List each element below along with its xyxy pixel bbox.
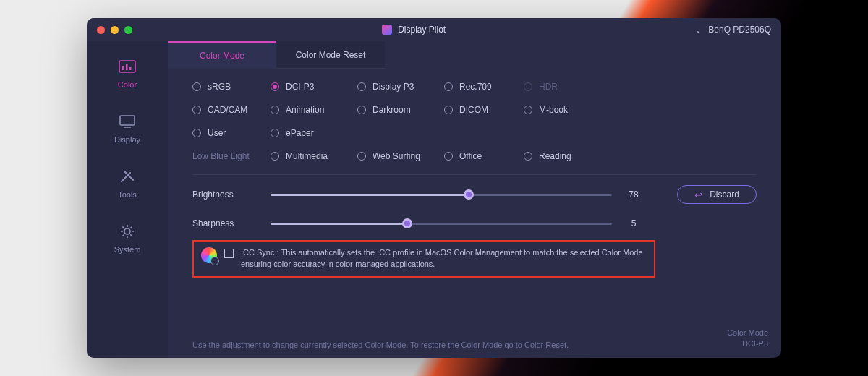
- radio-label: Web Surfing: [373, 151, 420, 161]
- app-title: Display Pilot: [398, 25, 446, 35]
- minimize-window[interactable]: [111, 26, 119, 34]
- tabs: Color Mode Color Mode Reset: [168, 41, 781, 69]
- radio-srgb[interactable]: sRGB: [192, 82, 271, 92]
- color-wheel-icon: [201, 247, 217, 263]
- icc-sync-callout: ICC Sync : This automatically sets the I…: [192, 240, 655, 278]
- radio-label: ePaper: [286, 128, 314, 138]
- radio-label: Animation: [286, 105, 324, 115]
- radio-label: HDR: [539, 82, 558, 92]
- titlebar: Display Pilot ⌄ BenQ PD2506Q: [87, 18, 781, 41]
- tab-color-mode-reset[interactable]: Color Mode Reset: [276, 41, 385, 69]
- sidebar-item-label: Color: [118, 80, 137, 89]
- sidebar-item-color[interactable]: Color: [118, 59, 137, 89]
- radio-label: sRGB: [208, 82, 231, 92]
- gear-icon: [119, 223, 136, 239]
- brightness-slider[interactable]: [271, 189, 612, 200]
- svg-line-13: [130, 227, 132, 228]
- svg-line-11: [123, 227, 124, 228]
- radio-label: CAD/CAM: [208, 105, 247, 115]
- sidebar: Color Display Tools: [87, 41, 168, 358]
- close-window[interactable]: [97, 26, 105, 34]
- device-name: BenQ PD2506Q: [708, 25, 771, 35]
- icc-sync-checkbox[interactable]: [224, 249, 234, 258]
- radio-epaper[interactable]: ePaper: [271, 128, 357, 138]
- sidebar-item-label: Tools: [118, 190, 137, 199]
- radio-web-surfing[interactable]: Web Surfing: [357, 151, 444, 161]
- low-blue-light-label: Low Blue Light: [192, 151, 271, 161]
- discard-button[interactable]: ↩ Discard: [677, 185, 757, 204]
- radio-reading[interactable]: Reading: [524, 151, 610, 161]
- svg-point-6: [124, 228, 130, 234]
- radio-darkroom[interactable]: Darkroom: [357, 105, 444, 115]
- radio-label: Reading: [539, 151, 571, 161]
- radio-display-p3[interactable]: Display P3: [357, 82, 444, 92]
- radio-mbook[interactable]: M-book: [524, 105, 610, 115]
- brightness-label: Brightness: [192, 189, 271, 200]
- svg-rect-4: [120, 116, 135, 125]
- sharpness-slider[interactable]: [271, 218, 612, 228]
- radio-office[interactable]: Office: [444, 151, 524, 161]
- sidebar-item-system[interactable]: System: [114, 223, 141, 254]
- radio-label: M-book: [539, 105, 568, 115]
- svg-line-12: [130, 234, 132, 236]
- color-mode-grid: sRGB DCI-P3 Display P3 Rec.709 HDR CAD/C…: [192, 82, 757, 161]
- radio-multimedia[interactable]: Multimedia: [271, 151, 357, 161]
- footer-status-value: DCI-P3: [727, 338, 768, 349]
- color-icon: [119, 59, 136, 74]
- sidebar-item-label: Display: [114, 135, 140, 144]
- radio-label: DCI-P3: [286, 82, 314, 92]
- radio-hdr: HDR: [524, 82, 610, 92]
- display-icon: [119, 114, 136, 129]
- sidebar-item-tools[interactable]: Tools: [118, 168, 137, 199]
- radio-label: Display P3: [373, 82, 414, 92]
- svg-rect-2: [126, 64, 128, 70]
- svg-line-14: [123, 234, 124, 236]
- tab-label: Color Mode Reset: [296, 50, 366, 60]
- icc-sync-description: ICC Sync : This automatically sets the I…: [241, 247, 647, 270]
- divider: [192, 174, 757, 175]
- radio-label: DICOM: [459, 105, 488, 115]
- radio-label: User: [208, 128, 226, 138]
- radio-cadcam[interactable]: CAD/CAM: [192, 105, 271, 115]
- svg-rect-3: [129, 67, 132, 70]
- footer-status-label: Color Mode: [727, 328, 768, 338]
- sharpness-label: Sharpness: [192, 218, 271, 228]
- sidebar-item-display[interactable]: Display: [114, 114, 140, 144]
- brightness-value: 78: [612, 189, 655, 200]
- window-controls: [97, 26, 132, 34]
- undo-icon: ↩: [694, 189, 702, 200]
- discard-label: Discard: [710, 189, 739, 200]
- radio-label: Darkroom: [373, 105, 411, 115]
- tab-label: Color Mode: [200, 51, 244, 61]
- radio-label: Rec.709: [459, 82, 492, 92]
- zoom-window[interactable]: [124, 26, 132, 34]
- footer: Use the adjustment to change currently s…: [168, 320, 781, 358]
- radio-user[interactable]: User: [192, 128, 271, 138]
- footer-hint: Use the adjustment to change currently s…: [192, 341, 569, 349]
- radio-dicom[interactable]: DICOM: [444, 105, 524, 115]
- svg-rect-1: [122, 66, 124, 70]
- sidebar-item-label: System: [114, 245, 141, 254]
- radio-rec709[interactable]: Rec.709: [444, 82, 524, 92]
- radio-label: Office: [459, 151, 482, 161]
- radio-dci-p3[interactable]: DCI-P3: [271, 82, 357, 92]
- tab-color-mode[interactable]: Color Mode: [168, 41, 276, 69]
- device-selector[interactable]: ⌄ BenQ PD2506Q: [695, 25, 771, 35]
- tools-icon: [119, 168, 136, 184]
- sharpness-value: 5: [612, 218, 655, 228]
- radio-animation[interactable]: Animation: [271, 105, 357, 115]
- tab-content: sRGB DCI-P3 Display P3 Rec.709 HDR CAD/C…: [168, 69, 781, 358]
- radio-label: Multimedia: [286, 151, 328, 161]
- chevron-down-icon: ⌄: [695, 26, 701, 34]
- app-icon: [382, 25, 392, 35]
- main-panel: Color Mode Color Mode Reset sRGB DCI-P3 …: [168, 41, 781, 358]
- app-window: Display Pilot ⌄ BenQ PD2506Q Color: [87, 18, 781, 358]
